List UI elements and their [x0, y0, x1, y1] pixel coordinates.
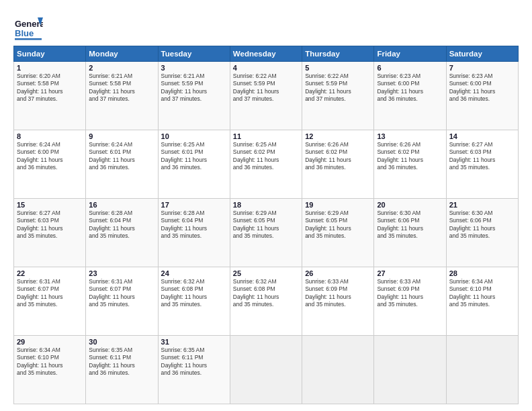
calendar-week-2: 8Sunrise: 6:24 AMSunset: 6:00 PMDaylight…	[14, 130, 519, 199]
calendar-cell: 3Sunrise: 6:21 AMSunset: 5:59 PMDaylight…	[158, 62, 230, 130]
cell-content: Sunrise: 6:27 AMSunset: 6:03 PMDaylight:…	[449, 141, 515, 172]
day-number: 11	[233, 132, 299, 140]
cell-content: Sunrise: 6:30 AMSunset: 6:06 PMDaylight:…	[449, 210, 515, 240]
calendar-header-tuesday: Tuesday	[158, 46, 230, 62]
cell-content: Sunrise: 6:32 AMSunset: 6:08 PMDaylight:…	[233, 278, 299, 309]
cell-content: Sunrise: 6:27 AMSunset: 6:03 PMDaylight:…	[17, 210, 83, 240]
day-number: 20	[377, 201, 443, 209]
calendar-cell: 12Sunrise: 6:26 AMSunset: 6:02 PMDayligh…	[302, 130, 374, 199]
day-number: 21	[449, 201, 515, 209]
cell-content: Sunrise: 6:23 AMSunset: 6:00 PMDaylight:…	[377, 73, 443, 103]
calendar-cell: 8Sunrise: 6:24 AMSunset: 6:00 PMDaylight…	[14, 130, 86, 199]
day-number: 23	[89, 269, 154, 277]
cell-content: Sunrise: 6:32 AMSunset: 6:08 PMDaylight:…	[161, 278, 227, 309]
calendar-header-friday: Friday	[374, 46, 446, 62]
calendar-cell: 15Sunrise: 6:27 AMSunset: 6:03 PMDayligh…	[14, 199, 86, 267]
calendar-cell: 9Sunrise: 6:24 AMSunset: 6:01 PMDaylight…	[86, 130, 158, 199]
logo-icon: General Blue	[13, 12, 43, 42]
day-number: 31	[161, 338, 227, 346]
calendar-header-thursday: Thursday	[302, 46, 374, 62]
day-number: 1	[17, 64, 83, 72]
day-number: 17	[161, 201, 227, 209]
day-number: 24	[161, 269, 227, 277]
cell-content: Sunrise: 6:23 AMSunset: 6:00 PMDaylight:…	[449, 73, 515, 103]
day-number: 7	[449, 64, 515, 72]
day-number: 13	[377, 132, 443, 140]
calendar-cell: 7Sunrise: 6:23 AMSunset: 6:00 PMDaylight…	[446, 62, 518, 130]
calendar-cell: 22Sunrise: 6:31 AMSunset: 6:07 PMDayligh…	[14, 267, 86, 336]
day-number: 9	[89, 132, 154, 140]
calendar-cell: 19Sunrise: 6:29 AMSunset: 6:05 PMDayligh…	[302, 199, 374, 267]
calendar-cell: 14Sunrise: 6:27 AMSunset: 6:03 PMDayligh…	[446, 130, 518, 199]
day-number: 19	[305, 201, 371, 209]
calendar-cell	[302, 336, 374, 404]
cell-content: Sunrise: 6:33 AMSunset: 6:09 PMDaylight:…	[377, 278, 443, 309]
calendar-cell: 28Sunrise: 6:34 AMSunset: 6:10 PMDayligh…	[446, 267, 518, 336]
calendar-header-sunday: Sunday	[14, 46, 86, 62]
calendar-header-wednesday: Wednesday	[230, 46, 302, 62]
cell-content: Sunrise: 6:31 AMSunset: 6:07 PMDaylight:…	[17, 278, 83, 309]
calendar-header-monday: Monday	[86, 46, 158, 62]
calendar-table: SundayMondayTuesdayWednesdayThursdayFrid…	[13, 46, 519, 404]
cell-content: Sunrise: 6:25 AMSunset: 6:02 PMDaylight:…	[233, 141, 299, 172]
day-number: 25	[233, 269, 299, 277]
cell-content: Sunrise: 6:28 AMSunset: 6:04 PMDaylight:…	[161, 210, 227, 240]
day-number: 4	[233, 64, 299, 72]
calendar-week-3: 15Sunrise: 6:27 AMSunset: 6:03 PMDayligh…	[14, 199, 519, 267]
cell-content: Sunrise: 6:35 AMSunset: 6:11 PMDaylight:…	[89, 347, 154, 377]
calendar-cell: 24Sunrise: 6:32 AMSunset: 6:08 PMDayligh…	[158, 267, 230, 336]
cell-content: Sunrise: 6:28 AMSunset: 6:04 PMDaylight:…	[89, 210, 154, 240]
calendar-cell: 17Sunrise: 6:28 AMSunset: 6:04 PMDayligh…	[158, 199, 230, 267]
cell-content: Sunrise: 6:34 AMSunset: 6:10 PMDaylight:…	[17, 347, 83, 377]
cell-content: Sunrise: 6:30 AMSunset: 6:06 PMDaylight:…	[377, 210, 443, 240]
calendar-cell: 29Sunrise: 6:34 AMSunset: 6:10 PMDayligh…	[14, 336, 86, 404]
page: General Blue SundayMondayTuesdayWednesda…	[0, 0, 532, 411]
day-number: 18	[233, 201, 299, 209]
day-number: 8	[17, 132, 83, 140]
cell-content: Sunrise: 6:24 AMSunset: 6:01 PMDaylight:…	[89, 141, 154, 172]
day-number: 12	[305, 132, 371, 140]
calendar-cell: 16Sunrise: 6:28 AMSunset: 6:04 PMDayligh…	[86, 199, 158, 267]
cell-content: Sunrise: 6:34 AMSunset: 6:10 PMDaylight:…	[449, 278, 515, 309]
header: General Blue	[13, 12, 519, 42]
calendar-cell: 10Sunrise: 6:25 AMSunset: 6:01 PMDayligh…	[158, 130, 230, 199]
svg-text:Blue: Blue	[15, 28, 34, 38]
logo: General Blue	[13, 12, 43, 42]
calendar-week-1: 1Sunrise: 6:20 AMSunset: 5:58 PMDaylight…	[14, 62, 519, 130]
day-number: 3	[161, 64, 227, 72]
calendar-cell: 2Sunrise: 6:21 AMSunset: 5:58 PMDaylight…	[86, 62, 158, 130]
cell-content: Sunrise: 6:26 AMSunset: 6:02 PMDaylight:…	[305, 141, 371, 172]
day-number: 6	[377, 64, 443, 72]
calendar-cell: 1Sunrise: 6:20 AMSunset: 5:58 PMDaylight…	[14, 62, 86, 130]
day-number: 30	[89, 338, 154, 346]
cell-content: Sunrise: 6:29 AMSunset: 6:05 PMDaylight:…	[305, 210, 371, 240]
calendar-cell: 25Sunrise: 6:32 AMSunset: 6:08 PMDayligh…	[230, 267, 302, 336]
cell-content: Sunrise: 6:31 AMSunset: 6:07 PMDaylight:…	[89, 278, 154, 309]
calendar-cell: 31Sunrise: 6:35 AMSunset: 6:11 PMDayligh…	[158, 336, 230, 404]
calendar-header-row: SundayMondayTuesdayWednesdayThursdayFrid…	[14, 46, 519, 62]
cell-content: Sunrise: 6:22 AMSunset: 5:59 PMDaylight:…	[305, 73, 371, 103]
day-number: 2	[89, 64, 154, 72]
day-number: 14	[449, 132, 515, 140]
calendar-cell: 13Sunrise: 6:26 AMSunset: 6:02 PMDayligh…	[374, 130, 446, 199]
calendar-week-5: 29Sunrise: 6:34 AMSunset: 6:10 PMDayligh…	[14, 336, 519, 404]
cell-content: Sunrise: 6:26 AMSunset: 6:02 PMDaylight:…	[377, 141, 443, 172]
day-number: 15	[17, 201, 83, 209]
calendar-cell: 18Sunrise: 6:29 AMSunset: 6:05 PMDayligh…	[230, 199, 302, 267]
day-number: 5	[305, 64, 371, 72]
svg-rect-3	[15, 38, 42, 40]
day-number: 27	[377, 269, 443, 277]
calendar-week-4: 22Sunrise: 6:31 AMSunset: 6:07 PMDayligh…	[14, 267, 519, 336]
calendar-cell	[446, 336, 518, 404]
calendar-cell	[230, 336, 302, 404]
calendar-cell: 27Sunrise: 6:33 AMSunset: 6:09 PMDayligh…	[374, 267, 446, 336]
calendar-cell: 23Sunrise: 6:31 AMSunset: 6:07 PMDayligh…	[86, 267, 158, 336]
calendar-cell: 6Sunrise: 6:23 AMSunset: 6:00 PMDaylight…	[374, 62, 446, 130]
calendar-cell: 20Sunrise: 6:30 AMSunset: 6:06 PMDayligh…	[374, 199, 446, 267]
calendar-header-saturday: Saturday	[446, 46, 518, 62]
cell-content: Sunrise: 6:24 AMSunset: 6:00 PMDaylight:…	[17, 141, 83, 172]
day-number: 26	[305, 269, 371, 277]
calendar-cell: 4Sunrise: 6:22 AMSunset: 5:59 PMDaylight…	[230, 62, 302, 130]
calendar-cell: 30Sunrise: 6:35 AMSunset: 6:11 PMDayligh…	[86, 336, 158, 404]
cell-content: Sunrise: 6:35 AMSunset: 6:11 PMDaylight:…	[161, 347, 227, 377]
